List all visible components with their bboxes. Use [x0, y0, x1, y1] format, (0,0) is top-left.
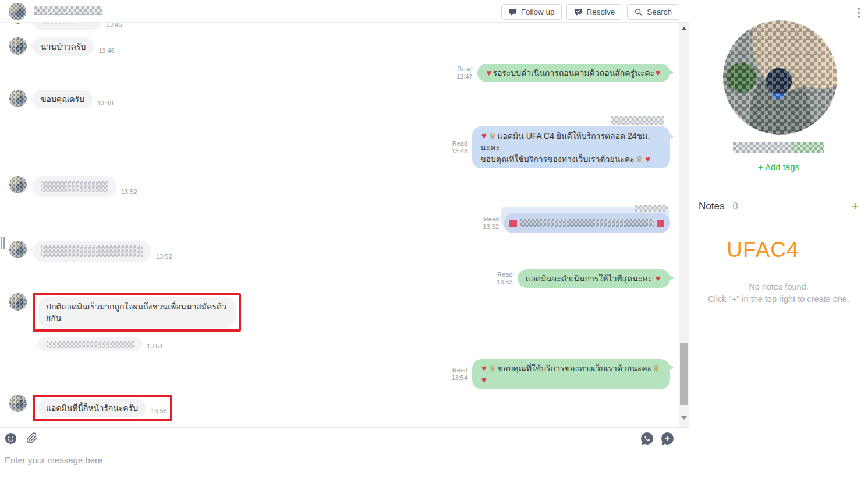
heart-emoji: ♥ [487, 67, 492, 79]
outgoing-message-group: Read13:47♥รอระบบดำเนินการถอนตามคิวถอนสัก… [456, 64, 670, 82]
message-row: 13:54 [0, 337, 689, 351]
notes-empty-line1: No notes found. [689, 281, 868, 293]
message-bubble: ♥♛ขอบคุณที่ใช้บริการของทางเว็บเราด้วยนะค… [472, 359, 670, 389]
message-row: 13:52 [0, 176, 689, 197]
redacted-message-bubble [504, 213, 670, 233]
heart-emoji: ♥ [656, 67, 661, 79]
add-note-button[interactable]: + [851, 201, 859, 212]
red-annotation-box: แอดมินที่นี้ก็หน้ารักนะครับ13:56 [33, 395, 172, 421]
timestamp: 13:54 [451, 374, 467, 382]
redaction-artifact [1, 237, 5, 249]
read-receipt: Read13:53 [497, 271, 513, 286]
follow-up-label: Follow up [521, 8, 555, 16]
partial-message-bubble [33, 23, 101, 30]
outgoing-message-group: Read13:53แอดมินจะดำเนินการให้ไวที่สุดนะค… [497, 269, 670, 288]
add-message-button[interactable]: + [661, 432, 674, 445]
redacted-sender-label [611, 116, 664, 125]
message-row: Read13:53แอดมินจะดำเนินการให้ไวที่สุดนะค… [0, 269, 689, 288]
scroll-up-arrow[interactable] [679, 24, 689, 33]
avatar[interactable] [9, 395, 27, 412]
timestamp: 13:52 [121, 188, 137, 195]
outgoing-message-line: Read13:52 [483, 213, 670, 233]
read-label: Read [497, 271, 513, 279]
timestamp: 13:54 [147, 343, 163, 350]
timestamp: 13:53 [497, 279, 513, 286]
contact-avatar-redacted[interactable] [9, 3, 26, 20]
contact-name-redacted [34, 6, 102, 15]
heart-emoji: ♥ [645, 153, 650, 165]
read-receipt: Read13:47 [456, 65, 473, 80]
follow-up-button[interactable]: Follow up [501, 4, 562, 20]
message-row: ปกติแอดมินเร็วมากถูกใจผมถึงชวนเพื่อนมาสม… [0, 293, 689, 332]
avatar[interactable] [9, 293, 27, 311]
profile-sidebar: + Add tags Notes 0 + UFAC4 No notes foun… [689, 0, 868, 493]
timestamp: 13:56 [151, 407, 167, 414]
notes-count: 0 [732, 201, 738, 212]
redacted-message-bubble [33, 176, 116, 197]
redacted-text [41, 245, 143, 257]
timestamp: 13:52 [156, 253, 172, 260]
avatar[interactable] [9, 176, 27, 193]
avatar[interactable] [9, 90, 27, 107]
crown-emoji: ♛ [636, 153, 643, 165]
message-row: 13:45 [0, 23, 689, 30]
watermark-text: UFAC4 [674, 238, 852, 262]
message-row: นานป่าวครับ13:46 [0, 37, 689, 56]
message-row: 13:52 [0, 241, 689, 262]
redacted-message-bubble [33, 241, 151, 262]
phone-bubble-icon [641, 432, 653, 445]
message-scroll-area[interactable]: 13:45นานป่าวครับ13:46Read13:47♥รอระบบดำเ… [0, 23, 689, 427]
message-bubble: แอดมินที่นี้ก็หน้ารักนะครับ [38, 399, 146, 417]
kebab-menu-icon[interactable] [858, 8, 860, 20]
message-row: ขอบคุณครับ13:48 [0, 90, 689, 108]
redacted-highlighted-message [504, 213, 670, 233]
resolve-button[interactable]: Resolve [566, 4, 622, 20]
smiley-icon [5, 432, 17, 445]
read-label: Read [456, 65, 473, 73]
search-button[interactable]: Search [627, 4, 679, 20]
message-bubble: ปกติแอดมินเร็วมากถูกใจผมถึงชวนเพื่อนมาสม… [38, 297, 236, 328]
heart-emoji [657, 220, 664, 227]
header-buttons: Follow up Resolve Search [501, 4, 679, 20]
scrollbar-thumb[interactable] [680, 343, 688, 405]
avatar[interactable] [9, 23, 27, 24]
add-tags-button[interactable]: + Add tags [758, 162, 799, 172]
message-bubble: แอดมินจะดำเนินการให้ไวที่สุดนะคะ ♥ [518, 269, 670, 288]
chat-header: Follow up Resolve Search [0, 0, 689, 23]
crown-emoji: ♛ [489, 130, 497, 142]
message-bubble: ♥รอระบบดำเนินการถอนตามคิวถอนสักครู่นะคะ♥ [477, 64, 671, 82]
call-button[interactable] [641, 432, 653, 445]
emoji-button[interactable] [5, 432, 17, 445]
heart-emoji: ♥ [481, 362, 487, 374]
message-list: 13:45นานป่าวครับ13:46Read13:47♥รอระบบดำเ… [0, 23, 689, 427]
chat-panel: Follow up Resolve Search 13:45นานป่าวครั… [0, 0, 689, 493]
attach-button[interactable] [26, 432, 38, 444]
plus-bubble-icon: + [661, 432, 674, 445]
search-label: Search [647, 8, 672, 16]
message-row: Read13:54♥♛ขอบคุณที่ใช้บริการของทางเว็บเ… [0, 359, 689, 389]
outgoing-message-line: Read13:47♥รอระบบดำเนินการถอนตามคิวถอนสัก… [456, 64, 670, 82]
message-row: Read13:48♥♛แอดมิน UFA C4 ยินดีให้บริการต… [0, 116, 689, 168]
read-receipt: Read13:52 [483, 216, 499, 231]
redacted-text [41, 23, 76, 24]
red-annotation-box: ปกติแอดมินเร็วมากถูกใจผมถึงชวนเพื่อนมาสม… [33, 293, 241, 332]
resolve-label: Resolve [586, 8, 615, 16]
scroll-down-arrow[interactable] [679, 413, 689, 422]
read-receipt: Read13:48 [451, 140, 467, 155]
heart-emoji: ♥ [481, 374, 487, 386]
magnifier-icon [635, 8, 643, 16]
crown-emoji: ♛ [653, 362, 660, 374]
heart-emoji: ♥ [481, 130, 487, 142]
composer: + [0, 427, 689, 493]
avatar[interactable] [9, 37, 27, 55]
avatar[interactable] [9, 241, 27, 258]
scrollbar[interactable] [679, 23, 689, 427]
heart-emoji: ♥ [656, 273, 661, 284]
outgoing-message-line: Read13:54♥♛ขอบคุณที่ใช้บริการของทางเว็บเ… [451, 359, 670, 389]
redacted-text [47, 341, 134, 348]
message-row: แอดมินที่นี้ก็หน้ารักนะครับ13:56 [0, 395, 689, 421]
heart-emoji [509, 220, 517, 227]
paperclip-icon [26, 432, 38, 444]
message-input[interactable] [5, 455, 645, 465]
profile-avatar-redacted[interactable] [723, 20, 837, 135]
